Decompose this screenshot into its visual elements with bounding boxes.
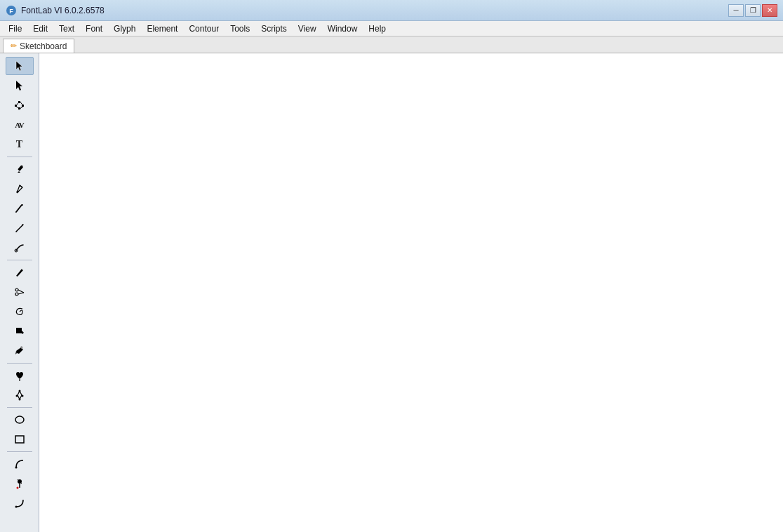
tab-label-sketchboard: Sketchboard bbox=[20, 41, 67, 51]
svg-marker-13 bbox=[18, 171, 20, 173]
svg-point-31 bbox=[15, 467, 17, 469]
menu-item-edit[interactable]: Edit bbox=[27, 22, 53, 36]
svg-marker-2 bbox=[16, 61, 22, 71]
svg-point-25 bbox=[18, 390, 20, 392]
select-tool[interactable] bbox=[6, 77, 34, 95]
svg-point-20 bbox=[15, 293, 18, 295]
svg-line-22 bbox=[18, 293, 24, 294]
pencil-tool[interactable] bbox=[6, 160, 34, 178]
svg-point-36 bbox=[15, 506, 17, 508]
toolbar-separator-5 bbox=[7, 451, 32, 452]
kerning-tool[interactable]: AV bbox=[6, 116, 34, 134]
component-tool[interactable] bbox=[6, 386, 34, 404]
menu-item-text[interactable]: Text bbox=[53, 22, 80, 36]
menu-item-help[interactable]: Help bbox=[363, 22, 392, 36]
minimize-button[interactable]: ─ bbox=[728, 4, 744, 17]
svg-point-28 bbox=[21, 395, 23, 397]
text-tool[interactable]: T bbox=[6, 135, 34, 154]
brush-tool[interactable] bbox=[6, 199, 34, 218]
tab-icon-sketchboard: ✏ bbox=[11, 41, 17, 51]
menu-item-glyph[interactable]: Glyph bbox=[108, 22, 141, 36]
corner-smooth-tool[interactable] bbox=[6, 455, 34, 473]
menu-item-window[interactable]: Window bbox=[322, 22, 363, 36]
title-bar: F FontLab VI 6.0.2.6578 ─ ❐ ✕ bbox=[0, 0, 783, 21]
svg-point-19 bbox=[15, 288, 18, 291]
toolbar-separator-4 bbox=[7, 407, 32, 408]
svg-point-34 bbox=[16, 487, 18, 489]
window-controls: ─ ❐ ✕ bbox=[728, 4, 777, 17]
eraser-brush-tool[interactable] bbox=[6, 239, 34, 257]
erase-tool[interactable] bbox=[6, 302, 34, 321]
toolbar-separator-2 bbox=[7, 260, 32, 260]
svg-line-21 bbox=[18, 290, 24, 293]
rapid-pen-tool[interactable] bbox=[6, 219, 34, 237]
rectangle-tool[interactable] bbox=[6, 430, 34, 448]
toolbar: AV T bbox=[0, 53, 39, 532]
svg-marker-3 bbox=[16, 81, 22, 91]
menu-item-file[interactable]: File bbox=[3, 22, 27, 36]
app-icon: F bbox=[6, 5, 17, 16]
fill-tool[interactable] bbox=[6, 322, 34, 340]
menu-item-tools[interactable]: Tools bbox=[225, 22, 255, 36]
eyedropper-tool[interactable] bbox=[6, 342, 34, 360]
svg-line-8 bbox=[16, 102, 19, 106]
knife-tool[interactable] bbox=[6, 263, 34, 281]
toolbar-separator-1 bbox=[7, 157, 32, 157]
menu-bar: FileEditTextFontGlyphElementContourTools… bbox=[0, 21, 783, 36]
toolbar-separator-3 bbox=[7, 363, 32, 364]
pointer-select-tool[interactable] bbox=[6, 57, 34, 75]
close-button[interactable]: ✕ bbox=[762, 4, 777, 17]
anchor-tool[interactable] bbox=[6, 366, 34, 385]
tab-sketchboard[interactable]: ✏Sketchboard bbox=[3, 39, 74, 53]
pin-tool[interactable] bbox=[6, 474, 34, 493]
tab-bar: ✏Sketchboard bbox=[0, 36, 783, 53]
canvas-area[interactable] bbox=[39, 53, 783, 532]
svg-point-27 bbox=[15, 395, 18, 397]
restore-button[interactable]: ❐ bbox=[745, 4, 761, 17]
ellipse-tool[interactable] bbox=[6, 411, 34, 429]
menu-item-font[interactable]: Font bbox=[80, 22, 108, 36]
svg-rect-30 bbox=[15, 436, 24, 443]
svg-point-29 bbox=[15, 416, 24, 423]
svg-line-15 bbox=[20, 185, 22, 187]
menu-item-scripts[interactable]: Scripts bbox=[255, 22, 293, 36]
svg-point-26 bbox=[18, 399, 20, 401]
nodes-tool[interactable] bbox=[6, 96, 34, 114]
menu-item-view[interactable]: View bbox=[293, 22, 322, 36]
menu-item-contour[interactable]: Contour bbox=[183, 22, 225, 36]
svg-text:F: F bbox=[9, 8, 13, 15]
app-title: FontLab VI 6.0.2.6578 bbox=[21, 6, 728, 15]
pen-tool[interactable] bbox=[6, 180, 34, 198]
svg-point-16 bbox=[16, 191, 18, 193]
scissors-tool[interactable] bbox=[6, 283, 34, 301]
main-layout: AV T bbox=[0, 53, 783, 532]
corner-reverse-tool[interactable] bbox=[6, 494, 34, 512]
menu-item-element[interactable]: Element bbox=[141, 22, 183, 36]
